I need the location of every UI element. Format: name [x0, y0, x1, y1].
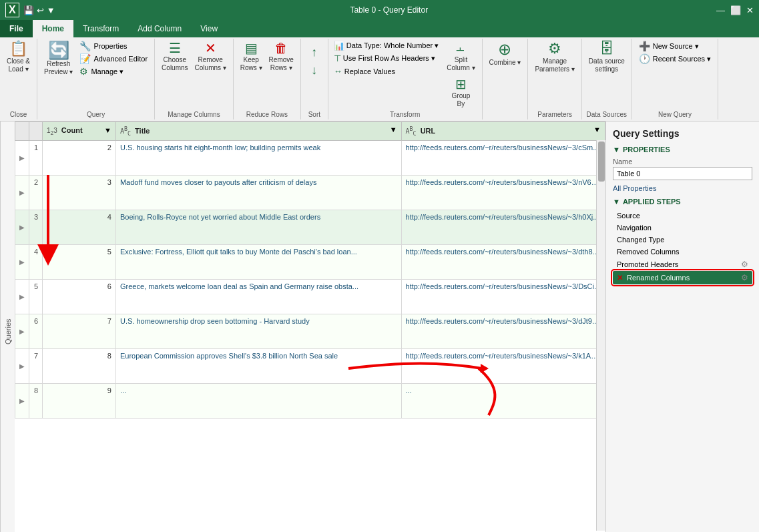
step-gear-icon[interactable]: ⚙: [741, 260, 748, 269]
maximize-btn[interactable]: ⬜: [730, 5, 741, 15]
applied-step-renamed-cols[interactable]: ✕Renamed Columns⚙: [613, 271, 752, 284]
row-url-cell: http://feeds.reuters.com/~r/reuters/busi…: [401, 314, 605, 349]
qs-title: Query Settings: [613, 128, 752, 139]
data-source-icon: 🗄: [599, 41, 614, 56]
applied-step-changed-type[interactable]: Changed Type: [613, 234, 752, 246]
queries-label: Queries: [4, 318, 12, 344]
table-row[interactable]: ▶ 5 6 Greece, markets welcome loan deal …: [15, 280, 605, 314]
group-by-icon: ⊞: [455, 77, 467, 91]
remove-columns-button[interactable]: ✕ RemoveColumns ▾: [192, 40, 229, 73]
table-row[interactable]: ▶ 8 9 ... ...: [15, 384, 605, 419]
ribbon-group-close: 📋 Close &Load ▾ Close: [0, 39, 37, 119]
row-title-cell: European Commission approves Shell's $3.…: [115, 349, 401, 384]
group-by-button[interactable]: ⊞ GroupBy: [444, 76, 477, 109]
row-url-cell: http://feeds.reuters.com/~r/reuters/busi…: [401, 349, 605, 384]
applied-steps-list: SourceNavigationChanged TypeRemoved Colu…: [613, 210, 752, 284]
qs-name-input[interactable]: [613, 167, 752, 180]
row-expand-cell[interactable]: ▶: [15, 349, 29, 384]
ribbon-tabs: File Home Transform Add Column View: [0, 20, 759, 37]
row-number-cell: 2: [29, 176, 43, 210]
row-expand-cell[interactable]: ▶: [15, 245, 29, 280]
all-properties-link[interactable]: All Properties: [613, 184, 752, 192]
minimize-btn[interactable]: —: [716, 5, 725, 15]
combine-button[interactable]: ⊕ Combine ▾: [487, 40, 524, 68]
row-expand-cell[interactable]: ▶: [15, 210, 29, 245]
manage-parameters-button[interactable]: ⚙ ManageParameters ▾: [532, 40, 577, 75]
use-first-row-button[interactable]: ⊤ Use First Row As Headers ▾: [332, 53, 440, 64]
col-header-count[interactable]: 123 Count ▼: [43, 122, 116, 141]
tab-view[interactable]: View: [191, 20, 227, 37]
group-label-close: Close: [4, 111, 33, 118]
save-quick[interactable]: 💾: [23, 5, 34, 15]
row-number-cell: 8: [29, 384, 43, 419]
applied-step-promoted-headers[interactable]: Promoted Headers⚙: [613, 258, 752, 271]
col-header-title[interactable]: ABC Title ▼: [115, 122, 401, 141]
count-filter-icon[interactable]: ▼: [104, 126, 111, 134]
keep-rows-button[interactable]: ▤ KeepRows ▾: [238, 40, 265, 73]
table-row[interactable]: ▶ 7 8 European Commission approves Shell…: [15, 349, 605, 384]
table-row[interactable]: ▶ 3 4 Boeing, Rolls-Royce not yet worrie…: [15, 210, 605, 245]
url-filter-icon[interactable]: ▼: [593, 125, 601, 134]
col-header-expand[interactable]: [15, 122, 29, 141]
applied-steps-label: APPLIED STEPS: [623, 198, 681, 206]
applied-steps-collapse-icon[interactable]: ▼: [613, 198, 620, 206]
row-number-cell: 7: [29, 349, 43, 384]
close-load-button[interactable]: 📋 Close &Load ▾: [4, 40, 33, 75]
step-label: Source: [617, 212, 640, 220]
applied-step-removed-cols[interactable]: Removed Columns: [613, 246, 752, 258]
row-count-cell: 4: [43, 210, 116, 245]
row-expand-cell[interactable]: ▶: [15, 141, 29, 176]
row-url-cell: http://feeds.reuters.com/~r/reuters/busi…: [401, 176, 605, 210]
step-label: Renamed Columns: [627, 274, 690, 282]
qs-name-label: Name: [613, 158, 752, 166]
ribbon: 📋 Close &Load ▾ Close 🔄 RefreshPreview ▾…: [0, 37, 759, 121]
tab-addcol[interactable]: Add Column: [128, 20, 191, 37]
row-url-cell: http://feeds.reuters.com/~r/reuters/busi…: [401, 141, 605, 176]
row-url-cell: http://feeds.reuters.com/~r/reuters/busi…: [401, 280, 605, 314]
advanced-editor-button[interactable]: 📝 Advanced Editor: [77, 53, 150, 65]
row-expand-cell[interactable]: ▶: [15, 384, 29, 419]
row-expand-cell[interactable]: ▶: [15, 280, 29, 314]
tab-home[interactable]: Home: [33, 20, 73, 37]
close-btn[interactable]: ✕: [746, 5, 754, 15]
row-expand-cell[interactable]: ▶: [15, 314, 29, 349]
remove-rows-button[interactable]: 🗑 RemoveRows ▾: [266, 40, 296, 73]
group-label-parameters: Parameters: [532, 111, 577, 118]
qa-dropdown[interactable]: ▼: [47, 5, 55, 15]
data-source-settings-button[interactable]: 🗄 Data sourcesettings: [586, 40, 627, 75]
manage-button[interactable]: ⚙ Manage ▾: [77, 65, 150, 77]
table-row[interactable]: ▶ 2 3 Madoff fund moves closer to payout…: [15, 176, 605, 210]
refresh-preview-button[interactable]: 🔄 RefreshPreview ▾: [41, 40, 75, 77]
table-row[interactable]: ▶ 1 2 U.S. housing starts hit eight-mont…: [15, 141, 605, 176]
row-title-cell: Boeing, Rolls-Royce not yet worried abou…: [115, 210, 401, 245]
table-row[interactable]: ▶ 4 5 Exclusive: Fortress, Elliott quit …: [15, 245, 605, 280]
queries-panel[interactable]: Queries: [0, 121, 15, 532]
applied-step-navigation[interactable]: Navigation: [613, 222, 752, 234]
data-type-dropdown[interactable]: 📊 Data Type: Whole Number ▾: [332, 40, 440, 51]
tab-file[interactable]: File: [0, 20, 33, 37]
sort-desc-button[interactable]: ↓: [305, 62, 324, 79]
split-column-button[interactable]: ⫠ SplitColumn ▾: [444, 40, 477, 73]
vscroll-thumb[interactable]: [598, 142, 605, 182]
title-filter-icon[interactable]: ▼: [390, 125, 397, 134]
applied-step-source[interactable]: Source: [613, 210, 752, 222]
row-expand-cell[interactable]: ▶: [15, 176, 29, 210]
recent-sources-button[interactable]: 🕐 Recent Sources ▾: [636, 53, 714, 65]
properties-collapse-icon[interactable]: ▼: [613, 146, 620, 154]
properties-button[interactable]: 🔧 Properties: [77, 40, 150, 52]
table-row[interactable]: ▶ 6 7 U.S. homeownership drop seen botto…: [15, 314, 605, 349]
replace-values-button[interactable]: ↔ Replace Values: [332, 65, 440, 77]
vertical-scrollbar[interactable]: [596, 140, 605, 531]
undo-quick[interactable]: ↩: [37, 5, 44, 15]
col-header-url[interactable]: ABC URL ▼: [401, 122, 605, 141]
choose-columns-button[interactable]: ☰ ChooseColumns: [159, 40, 190, 73]
sort-asc-button[interactable]: ↑: [305, 44, 324, 61]
new-source-button[interactable]: ➕ New Source ▾: [636, 40, 714, 52]
tab-transform[interactable]: Transform: [73, 20, 128, 37]
ribbon-group-parameters: ⚙ ManageParameters ▾ Parameters: [528, 39, 581, 119]
remove-cols-icon: ✕: [205, 41, 216, 55]
row-url-cell: http://feeds.reuters.com/~r/reuters/busi…: [401, 245, 605, 280]
ribbon-group-sort: ↑ ↓ Sort: [301, 39, 328, 119]
replace-values-icon: ↔: [334, 66, 342, 76]
ribbon-group-query: 🔄 RefreshPreview ▾ 🔧 Properties 📝 Advanc…: [37, 39, 155, 119]
